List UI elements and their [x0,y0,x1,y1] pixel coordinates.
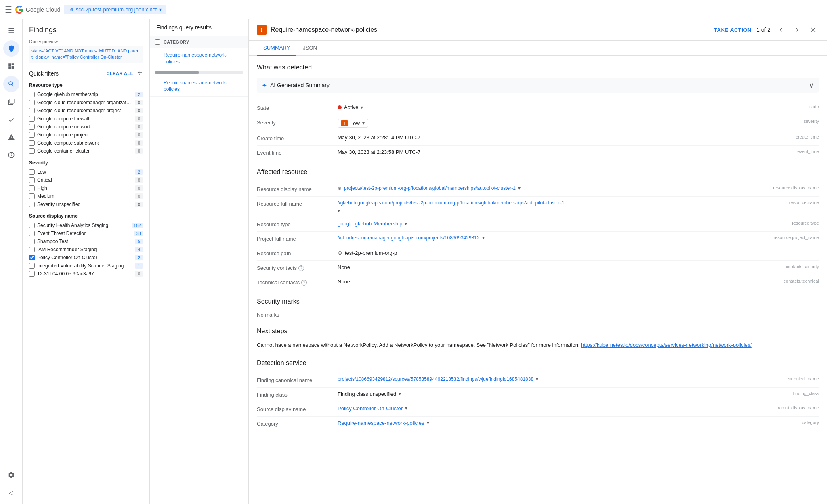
filter-checkbox-low[interactable] [29,169,35,175]
filter-checkbox-etd[interactable] [29,231,35,236]
category-column-header: Category [164,40,189,44]
what-was-detected-title: What was detected [257,64,819,71]
filter-checkbox-rm-proj[interactable] [29,108,35,113]
security-contacts-label: Security contacts ? [257,264,338,271]
clear-all-button[interactable]: CLEAR ALL [107,71,133,76]
table-row[interactable]: Require-namespace-network-policies [150,48,248,69]
source-display-name-label: Source display name [257,405,338,412]
finding-class-dropdown[interactable]: ▾ [399,391,401,397]
filter-checkbox-critical[interactable] [29,177,35,183]
technical-contacts-text: None [338,279,350,285]
tab-json[interactable]: JSON [296,41,323,56]
filter-checkbox-medium[interactable] [29,193,35,199]
filter-checkbox-unspecified[interactable] [29,202,35,207]
filter-count: 4 [135,247,143,252]
prev-arrow-button[interactable] [775,24,787,36]
state-text: Active [344,104,358,110]
filter-label-medium: Medium [37,193,55,199]
topbar-tab[interactable]: 🖥 scc-2p-test-premium-org.joonix.net ▾ [64,5,167,14]
resource-type-label: Resource type [257,220,338,227]
ai-summary-left: ✦ AI Generated Summary [262,82,330,89]
resource-full-name-text[interactable]: //gkehub.googleapis.com/projects/test-2p… [338,200,565,206]
row-checkbox-2[interactable] [155,80,160,85]
filter-count: 0 [135,132,143,138]
filter-checkbox-high[interactable] [29,185,35,191]
table-row[interactable]: Require-namespace-network-policies [150,76,248,97]
filter-count: 0 [135,193,143,199]
horizontal-scrollbar[interactable] [155,71,243,74]
collapse-filters-button[interactable] [136,69,143,78]
select-all-checkbox[interactable] [155,39,160,45]
filter-checkbox-ivs[interactable] [29,263,35,269]
nav-posture-icon[interactable] [3,147,19,163]
filter-checkbox-shampoo[interactable] [29,239,35,244]
filter-count: 1 [135,263,143,269]
severity-badge[interactable]: i Low ▾ [338,119,368,128]
nav-compliance-icon[interactable] [3,111,19,128]
filter-checkbox-sha[interactable] [29,223,35,228]
menu-icon[interactable]: ☰ [5,5,12,15]
project-full-name-dropdown[interactable]: ▾ [482,235,485,241]
close-button[interactable] [808,24,819,36]
take-action-button[interactable]: TAKE ACTION [714,27,751,33]
filter-checkbox-rm-org[interactable] [29,100,35,105]
event-time-label: Event time [257,149,338,156]
resource-type-dropdown[interactable]: ▾ [405,221,407,227]
project-full-name-row: Project full name //cloudresourcemanager… [257,232,819,246]
filter-checkbox-policy[interactable] [29,255,35,260]
resource-full-name-dropdown[interactable]: ▾ [338,208,340,214]
resource-type-text[interactable]: google.gkehub.Membership [338,220,402,227]
source-display-name-text[interactable]: Policy Controller On-Cluster [338,405,403,412]
topbar-tab-dropdown: ▾ [159,7,162,13]
finding-canonical-dropdown[interactable]: ▾ [536,376,538,382]
nav-dashboard-icon[interactable] [3,58,19,74]
left-nav: ☰ ◁ [0,19,23,504]
warning-icon: ! [257,25,267,35]
finding-class-row: Finding class Finding class unspecified … [257,388,819,402]
resource-type-right: resource.type [784,220,819,225]
next-arrow-button[interactable] [791,24,803,36]
nav-threats-icon[interactable] [3,129,19,145]
filter-checkbox-compute-proj[interactable] [29,132,35,138]
nav-menu-icon[interactable]: ☰ [3,23,19,39]
filter-checkbox-iam[interactable] [29,247,35,252]
source-display-dropdown[interactable]: ▾ [405,405,407,411]
quick-filters-header: Quick filters CLEAR ALL [29,69,143,78]
filter-checkbox-gkehub[interactable] [29,92,35,97]
category-label: Category [257,420,338,427]
resource-display-dropdown[interactable]: ▾ [518,185,521,191]
resource-display-name-value: ⊕ projects/test-2p-premium-org-p/locatio… [338,185,765,191]
filter-checkbox-firewall[interactable] [29,116,35,122]
category-text[interactable]: Require-namespace-network-policies [338,420,424,426]
finding-canonical-name-text[interactable]: projects/1086693429812/sources/578535894… [338,376,533,382]
filter-label-critical: Critical [37,177,52,183]
next-steps-link[interactable]: https://kubernetes.io/docs/concepts/serv… [581,342,752,348]
nav-shield-icon[interactable] [3,40,19,57]
project-full-name-text[interactable]: //cloudresourcemanager.googleapis.com/pr… [338,235,480,241]
resource-display-name-text[interactable]: projects/test-2p-premium-org-p/locations… [344,185,516,191]
severity-filters: Low 2 Critical 0 High 0 Medium 0 Severit… [29,168,143,208]
state-dropdown-arrow: ▾ [361,105,363,110]
security-contacts-help-icon[interactable]: ? [298,265,304,271]
nav-findings-icon[interactable] [3,76,19,92]
technical-contacts-help-icon[interactable]: ? [301,280,307,286]
category-dropdown[interactable]: ▾ [427,420,429,426]
tab-summary[interactable]: SUMMARY [257,41,296,56]
quick-filters-title: Quick filters [29,70,59,77]
filter-checkbox-network[interactable] [29,124,35,130]
nav-collapse-icon[interactable]: ◁ [3,485,19,501]
nav-assets-icon[interactable] [3,94,19,110]
nav-settings-icon[interactable] [3,467,19,483]
ai-summary[interactable]: ✦ AI Generated Summary ∨ [257,78,819,93]
filter-label-network: Google compute network [37,124,91,130]
ai-summary-chevron: ∨ [809,81,814,90]
filter-checkbox-date[interactable] [29,271,35,277]
state-dropdown[interactable]: ▾ [361,105,363,110]
result-link-1[interactable]: Require-namespace-network-policies [164,52,243,65]
result-link-2[interactable]: Require-namespace-network-policies [164,80,243,93]
row-checkbox-1[interactable] [155,52,160,57]
filter-item: 12-31T04:00:05 90ac3a97 0 [29,270,143,278]
filter-checkbox-subnetwork[interactable] [29,140,35,146]
filter-checkbox-container[interactable] [29,148,35,154]
source-section-title: Source display name [29,213,143,219]
